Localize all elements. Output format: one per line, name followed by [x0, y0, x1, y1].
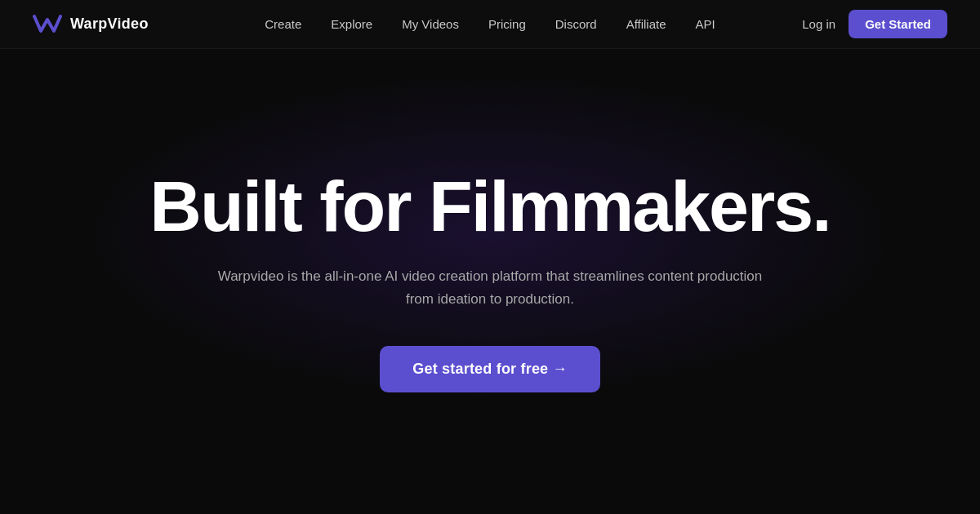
login-button[interactable]: Log in	[802, 17, 835, 31]
nav-link-discord[interactable]: Discord	[555, 17, 597, 31]
nav-links: Create Explore My Videos Pricing Discord…	[265, 17, 715, 32]
brand-name-label: WarpVideo	[70, 16, 149, 33]
hero-subtitle: Warpvideo is the all-in-one AI video cre…	[204, 265, 776, 309]
nav-link-api[interactable]: API	[696, 17, 715, 31]
warpvideo-logo-icon	[33, 13, 62, 36]
nav-link-create[interactable]: Create	[265, 17, 301, 31]
nav-link-my-videos[interactable]: My Videos	[402, 17, 459, 31]
navbar: WarpVideo Create Explore My Videos Prici…	[0, 0, 980, 49]
nav-link-affiliate[interactable]: Affiliate	[626, 17, 666, 31]
nav-link-pricing[interactable]: Pricing	[488, 17, 526, 31]
hero-section: Built for Filmmakers. Warpvideo is the a…	[0, 49, 980, 514]
nav-brand: WarpVideo	[33, 13, 149, 36]
hero-cta-button[interactable]: Get started for free →	[380, 346, 599, 392]
nav-actions: Log in Get Started	[802, 10, 947, 38]
nav-get-started-button[interactable]: Get Started	[849, 10, 947, 38]
nav-link-explore[interactable]: Explore	[331, 17, 372, 31]
hero-title: Built for Filmmakers.	[149, 171, 830, 242]
